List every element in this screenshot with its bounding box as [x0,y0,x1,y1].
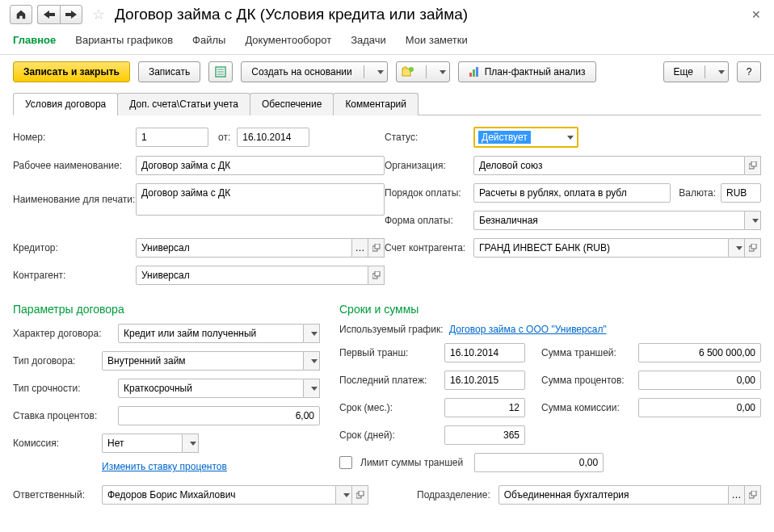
nav-tab-notes[interactable]: Мои заметки [406,34,468,46]
page-title: Договор займа с ДК (Условия кредита или … [115,6,468,23]
svg-rect-20 [751,491,756,496]
graph-label: Используемый график: [339,324,449,335]
graph-link[interactable]: Договор займа с ООО "Универсал" [449,324,607,335]
nav-tab-main[interactable]: Главное [13,34,56,46]
terms-section-title: Сроки и суммы [339,303,761,316]
status-select[interactable]: Действует [473,127,578,148]
printname-input[interactable]: Договор займа с ДК [136,183,385,216]
org-input[interactable]: Деловой союз [473,156,745,175]
svg-rect-16 [375,271,380,276]
days-label: Срок (дней): [339,429,444,441]
last-payment-label: Последний платеж: [339,375,444,386]
plan-fact-button[interactable]: План-фактный анализ [458,61,596,82]
svg-rect-7 [473,69,475,77]
open-ref-button[interactable] [368,266,385,285]
days-input[interactable]: 365 [444,425,525,445]
open-ref-button[interactable] [745,156,761,175]
svg-rect-18 [359,491,364,496]
months-input[interactable]: 12 [444,398,525,417]
open-ref-button[interactable] [352,485,368,505]
chevron-down-icon [718,70,725,74]
type-select[interactable]: Внутренний займ [102,351,304,371]
back-button[interactable] [37,5,60,24]
picker-button[interactable]: … [352,238,368,258]
dropdown-button[interactable] [304,351,320,371]
char-select[interactable]: Кредит или займ полученный [118,324,304,343]
params-section-title: Параметры договора [13,303,320,316]
account-input[interactable]: ГРАНД ИНВЕСТ БАНК (RUB) [473,238,729,258]
urgency-select[interactable]: Краткосрочный [118,379,304,398]
attach-button[interactable] [396,61,450,82]
sum-commission-input[interactable]: 0,00 [638,398,761,417]
create-from-button[interactable]: Создать на основании [241,61,388,82]
subtab-conditions[interactable]: Условия договора [13,93,118,115]
sum-commission-label: Сумма комиссии: [541,402,638,413]
home-button[interactable] [10,5,32,24]
months-label: Срок (мес.): [339,402,444,413]
nav-tab-files[interactable]: Файлы [192,34,225,46]
rate-input[interactable]: 6,00 [118,406,320,425]
sum-interest-input[interactable]: 0,00 [638,371,761,390]
open-ref-button[interactable] [745,238,761,258]
payform-select[interactable]: Безналичная [473,211,745,230]
limit-label: Лимит суммы траншей [360,457,463,468]
number-input[interactable]: 1 [136,128,208,147]
limit-checkbox[interactable] [339,456,352,469]
payorder-input[interactable]: Расчеты в рублях, оплата в рубл [473,183,671,203]
dept-input[interactable]: Объединенная бухгалтерия [498,485,729,505]
responsible-input[interactable]: Федоров Борис Михайлович [102,485,336,505]
counterparty-input[interactable]: Универсал [136,266,368,285]
svg-rect-6 [469,73,472,77]
currency-label: Валюта: [679,187,716,199]
first-tranche-input[interactable]: 16.10.2014 [444,343,525,362]
commission-select[interactable]: Нет [102,434,183,453]
creditor-input[interactable]: Универсал [136,238,352,258]
favorite-star-icon[interactable]: ☆ [92,6,105,23]
nav-tab-graphs[interactable]: Варианты графиков [75,34,173,46]
list-view-button[interactable] [208,61,233,82]
open-ref-button[interactable] [368,238,385,258]
more-button[interactable]: Еще [663,61,729,82]
char-label: Характер договора: [13,328,118,339]
responsible-label: Ответственный: [13,489,102,501]
subtab-accounts[interactable]: Доп. счета\Статьи учета [117,93,250,115]
org-label: Организация: [385,160,473,171]
dropdown-button[interactable] [729,238,745,258]
workname-input[interactable]: Договор займа с ДК [136,156,385,175]
chevron-down-icon [440,70,446,74]
close-button[interactable]: ✕ [748,8,764,21]
open-ref-button[interactable] [745,485,761,505]
help-button[interactable]: ? [737,61,761,82]
subtab-collateral[interactable]: Обеспечение [250,93,334,115]
sum-tranche-label: Сумма траншей: [541,347,638,358]
change-rate-link[interactable]: Изменить ставку процентов [102,461,227,472]
account-label: Счет контрагента: [385,242,473,253]
dropdown-button[interactable] [304,379,320,398]
status-label: Статус: [385,132,473,143]
commission-label: Комиссия: [13,438,102,449]
nav-tabs: Главное Варианты графиков Файлы Документ… [0,29,774,55]
payform-label: Форма оплаты: [385,215,473,226]
picker-button[interactable]: … [729,485,745,505]
dropdown-button[interactable] [336,485,352,505]
nav-tab-docflow[interactable]: Документооборот [245,34,331,46]
sum-interest-label: Сумма процентов: [541,375,638,386]
urgency-label: Тип срочности: [13,383,118,394]
currency-input[interactable]: RUB [721,183,761,203]
limit-input[interactable]: 0,00 [474,453,604,472]
sum-tranche-input[interactable]: 6 500 000,00 [638,343,761,362]
subtab-comment[interactable]: Комментарий [333,93,419,115]
last-payment-input[interactable]: 16.10.2015 [444,371,525,390]
date-input[interactable]: 16.10.2014 [237,128,309,147]
dropdown-button[interactable] [183,434,199,453]
dept-label: Подразделение: [417,489,490,501]
save-button[interactable]: Записать [138,61,200,82]
dropdown-button[interactable] [304,324,320,343]
first-tranche-label: Первый транш: [339,347,444,358]
nav-tab-tasks[interactable]: Задачи [351,34,386,46]
save-close-button[interactable]: Записать и закрыть [13,61,130,82]
forward-button[interactable] [60,5,82,24]
number-label: Номер: [13,132,136,143]
chevron-down-icon [567,136,574,140]
dropdown-button[interactable] [745,211,761,230]
